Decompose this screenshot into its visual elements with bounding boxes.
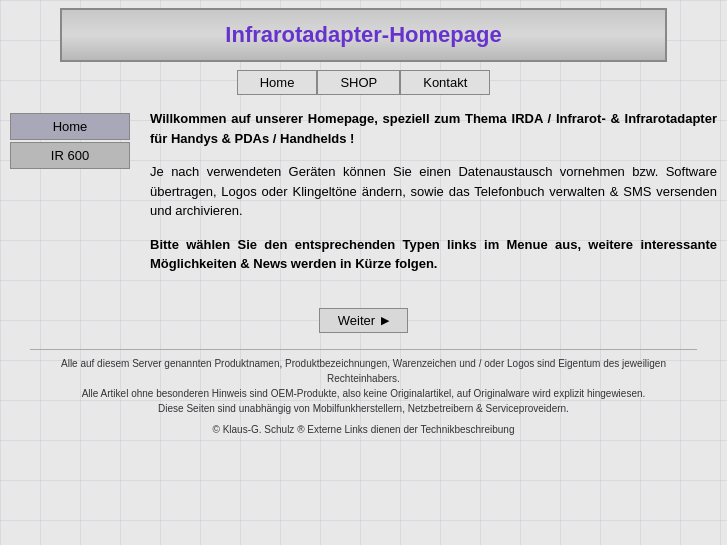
header-title: Infrarotadapter-Homepage: [225, 22, 501, 47]
arrow-right-icon: ▶: [381, 314, 389, 327]
main-layout: Home IR 600 Willkommen auf unserer Homep…: [10, 109, 717, 288]
sidebar: Home IR 600: [10, 113, 130, 171]
nav-bar: Home SHOP Kontakt: [0, 70, 727, 95]
footer-line-2: Alle Artikel ohne besonderen Hinweis sin…: [30, 386, 697, 401]
content-text: Willkommen auf unserer Homepage, speziel…: [150, 109, 717, 274]
content-paragraph-2: Je nach verwendeten Geräten können Sie e…: [150, 162, 717, 221]
sidebar-item-ir600[interactable]: IR 600: [10, 142, 130, 169]
header-banner: Infrarotadapter-Homepage: [60, 8, 667, 62]
footer-bottom-text: © Klaus-G. Schulz ® Externe Links dienen…: [30, 422, 697, 437]
content-area: Willkommen auf unserer Homepage, speziel…: [150, 109, 717, 288]
nav-home-button[interactable]: Home: [237, 70, 318, 95]
nav-kontakt-button[interactable]: Kontakt: [400, 70, 490, 95]
footer-line-1: Alle auf diesem Server genannten Produkt…: [30, 356, 697, 386]
footer-line-3: Diese Seiten sind unabhängig von Mobilfu…: [30, 401, 697, 416]
nav-shop-button[interactable]: SHOP: [317, 70, 400, 95]
weiter-button[interactable]: Weiter ▶: [319, 308, 408, 333]
content-paragraph-3: Bitte wählen Sie den entsprechenden Type…: [150, 235, 717, 274]
weiter-label: Weiter: [338, 313, 375, 328]
footer: Alle auf diesem Server genannten Produkt…: [30, 349, 697, 416]
content-paragraph-1: Willkommen auf unserer Homepage, speziel…: [150, 109, 717, 148]
weiter-area: Weiter ▶: [0, 308, 727, 333]
sidebar-item-home[interactable]: Home: [10, 113, 130, 140]
footer-bottom: © Klaus-G. Schulz ® Externe Links dienen…: [30, 422, 697, 437]
